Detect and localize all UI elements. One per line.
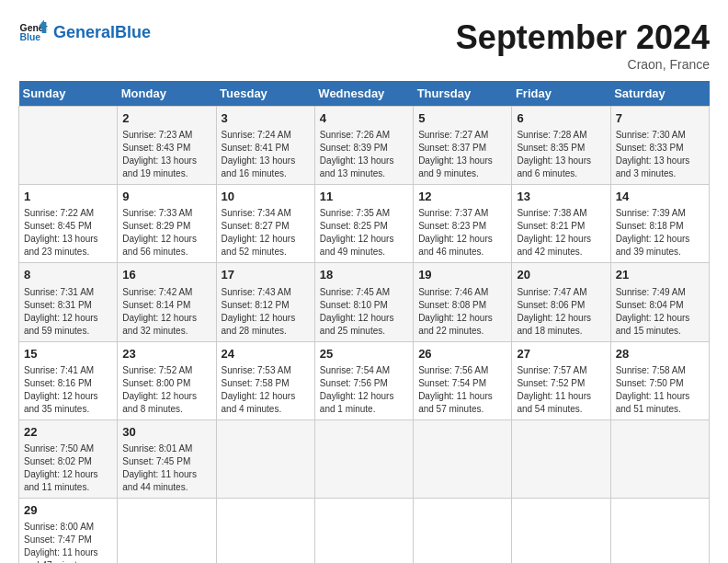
calendar-cell: 24Sunrise: 7:53 AM Sunset: 7:58 PM Dayli… — [216, 341, 314, 419]
calendar-cell — [414, 498, 512, 563]
calendar-cell — [512, 498, 610, 563]
calendar-cell: 6Sunrise: 7:28 AM Sunset: 8:35 PM Daylig… — [512, 107, 610, 185]
calendar-cell: 15Sunrise: 7:41 AM Sunset: 8:16 PM Dayli… — [19, 341, 118, 419]
day-info: Sunrise: 7:52 AM Sunset: 8:00 PM Dayligh… — [122, 364, 210, 416]
calendar-cell: 11Sunrise: 7:35 AM Sunset: 8:25 PM Dayli… — [314, 185, 413, 263]
day-number: 1 — [24, 189, 112, 205]
day-info: Sunrise: 7:30 AM Sunset: 8:33 PM Dayligh… — [616, 129, 704, 180]
calendar-cell: 7Sunrise: 7:30 AM Sunset: 8:33 PM Daylig… — [610, 107, 709, 185]
svg-text:Blue: Blue — [20, 32, 41, 42]
day-number: 11 — [320, 189, 408, 205]
day-number: 23 — [122, 346, 210, 362]
day-number: 16 — [122, 267, 210, 283]
calendar-cell: 30Sunrise: 8:01 AM Sunset: 7:45 PM Dayli… — [118, 419, 216, 498]
calendar-cell: 26Sunrise: 7:56 AM Sunset: 7:54 PM Dayli… — [414, 341, 512, 419]
day-number: 30 — [122, 424, 210, 441]
calendar-cell: 10Sunrise: 7:34 AM Sunset: 8:27 PM Dayli… — [216, 185, 314, 263]
calendar-cell: 12Sunrise: 7:37 AM Sunset: 8:23 PM Dayli… — [414, 185, 512, 263]
day-number: 14 — [616, 189, 704, 205]
calendar-week-row: 8Sunrise: 7:31 AM Sunset: 8:31 PM Daylig… — [19, 263, 710, 341]
day-info: Sunrise: 7:39 AM Sunset: 8:18 PM Dayligh… — [616, 207, 704, 259]
day-info: Sunrise: 7:35 AM Sunset: 8:25 PM Dayligh… — [320, 207, 408, 259]
calendar-cell: 2Sunrise: 7:23 AM Sunset: 8:43 PM Daylig… — [118, 107, 216, 185]
header-wednesday: Wednesday — [314, 81, 413, 107]
calendar-cell: 1Sunrise: 7:22 AM Sunset: 8:45 PM Daylig… — [19, 185, 118, 263]
calendar-week-row: 15Sunrise: 7:41 AM Sunset: 8:16 PM Dayli… — [19, 341, 710, 419]
day-info: Sunrise: 7:27 AM Sunset: 8:37 PM Dayligh… — [418, 129, 506, 180]
day-number: 3 — [222, 110, 310, 127]
header-sunday: Sunday — [19, 81, 118, 107]
calendar-cell — [314, 419, 413, 498]
day-info: Sunrise: 7:31 AM Sunset: 8:31 PM Dayligh… — [24, 286, 112, 338]
calendar-cell — [314, 498, 413, 563]
day-info: Sunrise: 7:33 AM Sunset: 8:29 PM Dayligh… — [122, 207, 210, 259]
calendar-cell: 9Sunrise: 7:33 AM Sunset: 8:29 PM Daylig… — [118, 185, 216, 263]
calendar-cell — [118, 498, 216, 563]
day-number: 24 — [222, 346, 310, 362]
calendar-cell: 20Sunrise: 7:47 AM Sunset: 8:06 PM Dayli… — [512, 263, 610, 341]
day-info: Sunrise: 7:26 AM Sunset: 8:39 PM Dayligh… — [320, 129, 408, 180]
header-thursday: Thursday — [414, 81, 512, 107]
day-number: 20 — [517, 267, 605, 283]
calendar-week-row: 22Sunrise: 7:50 AM Sunset: 8:02 PM Dayli… — [19, 419, 710, 498]
location-subtitle: Craon, France — [456, 57, 710, 72]
day-info: Sunrise: 7:41 AM Sunset: 8:16 PM Dayligh… — [24, 364, 112, 416]
page-header: General Blue GeneralBlue September 2024 … — [18, 18, 710, 72]
calendar-header-row: SundayMondayTuesdayWednesdayThursdayFrid… — [19, 81, 710, 107]
calendar-cell: 14Sunrise: 7:39 AM Sunset: 8:18 PM Dayli… — [610, 185, 709, 263]
day-number: 26 — [418, 346, 506, 362]
month-title: September 2024 — [456, 18, 710, 57]
calendar-cell: 19Sunrise: 7:46 AM Sunset: 8:08 PM Dayli… — [414, 263, 512, 341]
day-number: 15 — [24, 346, 112, 362]
calendar-cell — [610, 498, 709, 563]
calendar-week-row: 2Sunrise: 7:23 AM Sunset: 8:43 PM Daylig… — [19, 107, 710, 185]
title-block: September 2024 Craon, France — [456, 18, 710, 72]
day-info: Sunrise: 7:43 AM Sunset: 8:12 PM Dayligh… — [222, 286, 310, 338]
day-info: Sunrise: 7:46 AM Sunset: 8:08 PM Dayligh… — [418, 286, 506, 338]
day-number: 25 — [320, 346, 408, 362]
calendar-cell — [610, 419, 709, 498]
logo-text: GeneralBlue — [53, 24, 151, 42]
day-number: 10 — [222, 189, 310, 205]
calendar-cell — [216, 419, 314, 498]
day-info: Sunrise: 7:53 AM Sunset: 7:58 PM Dayligh… — [222, 364, 310, 416]
day-number: 22 — [24, 424, 112, 441]
day-number: 13 — [517, 189, 605, 205]
day-number: 17 — [222, 267, 310, 283]
day-info: Sunrise: 7:50 AM Sunset: 8:02 PM Dayligh… — [24, 442, 112, 494]
calendar-cell — [19, 107, 118, 185]
day-info: Sunrise: 7:56 AM Sunset: 7:54 PM Dayligh… — [418, 364, 506, 416]
calendar-cell: 21Sunrise: 7:49 AM Sunset: 8:04 PM Dayli… — [610, 263, 709, 341]
day-info: Sunrise: 7:37 AM Sunset: 8:23 PM Dayligh… — [418, 207, 506, 259]
day-info: Sunrise: 7:58 AM Sunset: 7:50 PM Dayligh… — [616, 364, 704, 416]
header-monday: Monday — [118, 81, 216, 107]
day-info: Sunrise: 7:38 AM Sunset: 8:21 PM Dayligh… — [517, 207, 605, 259]
calendar-cell — [216, 498, 314, 563]
calendar-cell: 8Sunrise: 7:31 AM Sunset: 8:31 PM Daylig… — [19, 263, 118, 341]
calendar-cell: 17Sunrise: 7:43 AM Sunset: 8:12 PM Dayli… — [216, 263, 314, 341]
day-info: Sunrise: 8:01 AM Sunset: 7:45 PM Dayligh… — [122, 442, 210, 494]
calendar-cell: 29Sunrise: 8:00 AM Sunset: 7:47 PM Dayli… — [19, 498, 118, 563]
logo-blue: Blue — [115, 23, 151, 41]
calendar-week-row: 1Sunrise: 7:22 AM Sunset: 8:45 PM Daylig… — [19, 185, 710, 263]
logo: General Blue GeneralBlue — [18, 18, 151, 48]
day-number: 12 — [418, 189, 506, 205]
calendar-cell: 16Sunrise: 7:42 AM Sunset: 8:14 PM Dayli… — [118, 263, 216, 341]
day-info: Sunrise: 7:47 AM Sunset: 8:06 PM Dayligh… — [517, 286, 605, 338]
calendar-week-row: 29Sunrise: 8:00 AM Sunset: 7:47 PM Dayli… — [19, 498, 710, 563]
day-info: Sunrise: 7:57 AM Sunset: 7:52 PM Dayligh… — [517, 364, 605, 416]
calendar-cell: 3Sunrise: 7:24 AM Sunset: 8:41 PM Daylig… — [216, 107, 314, 185]
calendar-cell: 23Sunrise: 7:52 AM Sunset: 8:00 PM Dayli… — [118, 341, 216, 419]
day-number: 8 — [24, 267, 112, 283]
calendar-cell: 27Sunrise: 7:57 AM Sunset: 7:52 PM Dayli… — [512, 341, 610, 419]
day-info: Sunrise: 8:00 AM Sunset: 7:47 PM Dayligh… — [24, 521, 112, 563]
day-number: 19 — [418, 267, 506, 283]
day-info: Sunrise: 7:22 AM Sunset: 8:45 PM Dayligh… — [24, 207, 112, 259]
calendar-cell: 28Sunrise: 7:58 AM Sunset: 7:50 PM Dayli… — [610, 341, 709, 419]
day-info: Sunrise: 7:45 AM Sunset: 8:10 PM Dayligh… — [320, 286, 408, 338]
calendar-cell — [512, 419, 610, 498]
day-number: 28 — [616, 346, 704, 362]
day-number: 5 — [418, 110, 506, 127]
calendar-cell — [414, 419, 512, 498]
calendar-cell: 13Sunrise: 7:38 AM Sunset: 8:21 PM Dayli… — [512, 185, 610, 263]
